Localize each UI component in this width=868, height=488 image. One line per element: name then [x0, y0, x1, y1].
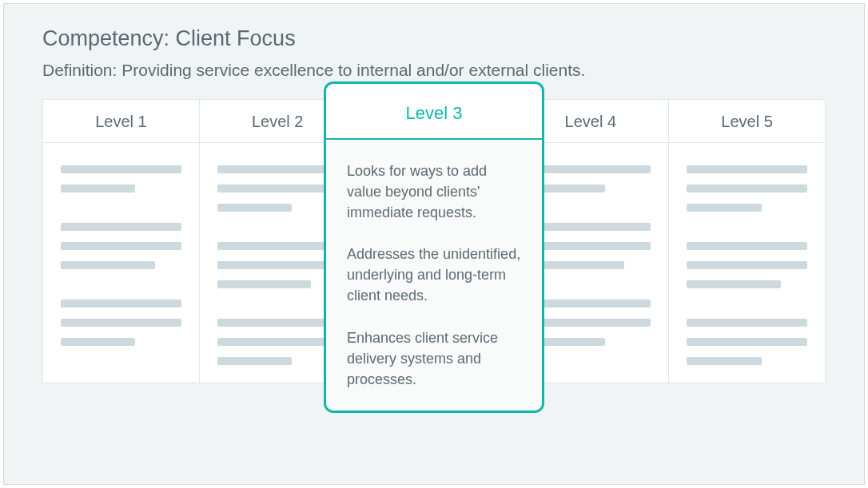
- placeholder-group: [687, 165, 807, 212]
- level-highlight-body: Looks for ways to add value beyond clien…: [326, 140, 542, 411]
- placeholder-line: [687, 280, 781, 288]
- placeholder-group: [687, 319, 807, 365]
- placeholder-line: [217, 165, 338, 173]
- level-5-header: Level 5: [669, 100, 825, 143]
- placeholder-line: [217, 319, 338, 327]
- placeholder-line: [217, 242, 338, 250]
- placeholder-line: [61, 242, 181, 250]
- placeholder-line: [61, 300, 181, 307]
- placeholder-line: [217, 357, 292, 365]
- level-1-header: Level 1: [43, 100, 199, 143]
- placeholder-line: [61, 184, 135, 192]
- competency-title: Competency: Client Focus: [42, 26, 826, 51]
- competency-definition: Definition: Providing service excellence…: [42, 61, 826, 80]
- placeholder-line: [217, 184, 338, 192]
- level-5-body: [669, 143, 825, 383]
- placeholder-line: [687, 165, 807, 173]
- placeholder-line: [61, 338, 135, 346]
- placeholder-group: [61, 223, 181, 269]
- placeholder-group: [217, 165, 338, 212]
- placeholder-group: [530, 223, 651, 269]
- placeholder-line: [687, 319, 807, 327]
- level-highlight: Level 3 Looks for ways to add value beyo…: [324, 81, 544, 413]
- placeholder-line: [687, 184, 807, 192]
- placeholder-line: [61, 261, 155, 269]
- level-column-1: Level 1: [43, 100, 200, 383]
- placeholder-line: [61, 223, 181, 231]
- placeholder-line: [530, 242, 651, 250]
- placeholder-line: [61, 165, 181, 173]
- placeholder-group: [530, 165, 651, 192]
- placeholder-line: [687, 357, 761, 365]
- level-highlight-para-2: Addresses the unidentified, underlying a…: [347, 244, 521, 306]
- levels-wrapper: Level 1: [42, 99, 826, 383]
- placeholder-line: [530, 165, 651, 173]
- placeholder-line: [530, 261, 624, 269]
- placeholder-line: [217, 338, 338, 346]
- level-highlight-para-3: Enhances client service delivery systems…: [347, 327, 521, 390]
- placeholder-line: [687, 204, 761, 212]
- placeholder-line: [687, 338, 807, 346]
- placeholder-group: [530, 300, 651, 346]
- placeholder-line: [530, 319, 651, 327]
- placeholder-line: [687, 242, 807, 250]
- placeholder-line: [530, 300, 651, 307]
- placeholder-group: [217, 242, 338, 288]
- level-highlight-para-1: Looks for ways to add value beyond clien…: [347, 161, 521, 223]
- placeholder-group: [217, 319, 338, 365]
- placeholder-line: [687, 261, 807, 269]
- level-highlight-header: Level 3: [326, 84, 542, 140]
- level-1-body: [43, 143, 199, 383]
- placeholder-group: [61, 165, 181, 192]
- placeholder-line: [217, 261, 338, 269]
- placeholder-group: [61, 300, 181, 346]
- placeholder-group: [687, 242, 807, 288]
- level-column-5: Level 5: [669, 100, 825, 383]
- competency-card: Competency: Client Focus Definition: Pro…: [3, 3, 865, 485]
- placeholder-line: [61, 319, 181, 327]
- placeholder-line: [217, 204, 292, 212]
- placeholder-line: [530, 223, 651, 231]
- placeholder-line: [217, 280, 312, 288]
